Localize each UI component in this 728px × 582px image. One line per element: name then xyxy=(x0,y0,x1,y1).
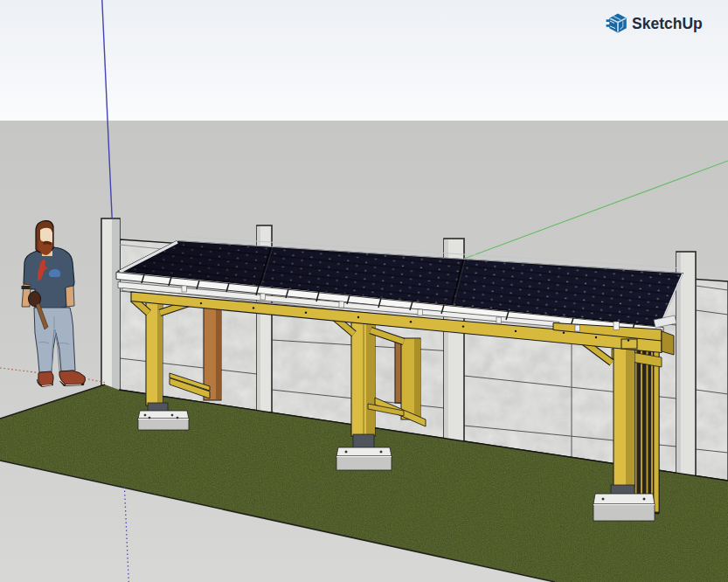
svg-text:SketchUp: SketchUp xyxy=(632,15,703,32)
